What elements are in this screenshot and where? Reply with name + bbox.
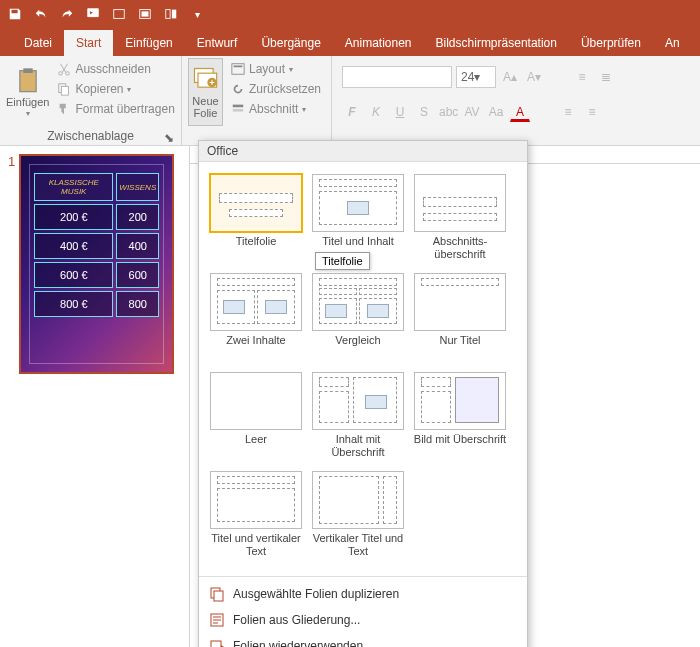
slides-from-outline-menu[interactable]: Folien aus Gliederung...	[199, 607, 527, 633]
strike-icon[interactable]: abc	[438, 102, 458, 122]
tab-animationen[interactable]: Animationen	[333, 30, 424, 56]
save-icon[interactable]	[6, 5, 24, 23]
gallery-header: Office	[199, 141, 527, 162]
layout-section[interactable]: Abschnitts-überschrift	[409, 170, 511, 269]
font-family-select[interactable]	[342, 66, 452, 88]
qat-icon[interactable]	[136, 5, 154, 23]
new-slide-gallery: Office TitelfolieTitel und InhaltAbschni…	[198, 140, 528, 647]
tab-entwurf[interactable]: Entwurf	[185, 30, 250, 56]
layout-name: Inhalt mit Überschrift	[309, 433, 407, 459]
tab-uebergaenge[interactable]: Übergänge	[249, 30, 332, 56]
paste-button[interactable]: Einfügen ▾	[6, 58, 49, 126]
svg-rect-14	[232, 64, 244, 75]
italic-icon[interactable]: K	[366, 102, 386, 122]
paste-label: Einfügen	[6, 96, 49, 108]
svg-rect-21	[211, 641, 221, 647]
svg-rect-16	[233, 105, 244, 108]
svg-rect-5	[20, 71, 36, 92]
layout-comparison[interactable]: Vergleich	[307, 269, 409, 368]
align-left-icon[interactable]: ≡	[558, 102, 578, 122]
layout-name: Bild mit Überschrift	[414, 433, 506, 459]
layout-two_content[interactable]: Zwei Inhalte	[205, 269, 307, 368]
customize-qat-icon[interactable]: ▾	[188, 5, 206, 23]
svg-rect-19	[214, 591, 223, 601]
format-painter-button[interactable]: Format übertragen	[53, 100, 178, 118]
reuse-slides-menu[interactable]: Folien wiederverwenden...	[199, 633, 527, 647]
clipboard-group-label: Zwischenablage⬊	[6, 127, 175, 145]
svg-rect-4	[172, 10, 176, 19]
section-button[interactable]: Abschnitt ▾	[227, 100, 325, 118]
case-icon[interactable]: Aa	[486, 102, 506, 122]
slide-thumbnail-panel: 1 KLASSISCHE MUSIKWISSENS 200 €200 400 €…	[0, 146, 190, 647]
numbering-icon[interactable]: ≣	[596, 67, 616, 87]
ribbon: Einfügen ▾ Ausschneiden Kopieren ▾ Forma…	[0, 56, 700, 146]
qat-icon[interactable]	[110, 5, 128, 23]
undo-icon[interactable]	[32, 5, 50, 23]
tab-ueberpruefen[interactable]: Überprüfen	[569, 30, 653, 56]
svg-rect-2	[142, 11, 149, 16]
redo-icon[interactable]	[58, 5, 76, 23]
duplicate-slides-menu[interactable]: Ausgewählte Folien duplizieren	[199, 581, 527, 607]
bullets-icon[interactable]: ≡	[572, 67, 592, 87]
align-center-icon[interactable]: ≡	[582, 102, 602, 122]
svg-rect-10	[62, 86, 69, 95]
svg-rect-15	[234, 66, 243, 68]
layout-name: Nur Titel	[440, 334, 481, 360]
tab-ansicht[interactable]: An	[653, 30, 692, 56]
new-slide-button[interactable]: Neue Folie	[188, 58, 223, 126]
tab-einfuegen[interactable]: Einfügen	[113, 30, 184, 56]
bold-icon[interactable]: F	[342, 102, 362, 122]
tab-bildschirmpraesentation[interactable]: Bildschirmpräsentation	[424, 30, 569, 56]
reset-button[interactable]: Zurücksetzen	[227, 80, 325, 98]
slide-thumbnail[interactable]: KLASSISCHE MUSIKWISSENS 200 €200 400 €40…	[19, 154, 174, 374]
svg-point-7	[59, 72, 63, 76]
svg-rect-3	[166, 10, 170, 19]
quick-access-toolbar: ▾	[0, 0, 700, 28]
layout-name: Abschnitts-überschrift	[411, 235, 509, 261]
shadow-icon[interactable]: S	[414, 102, 434, 122]
increase-font-icon[interactable]: A▴	[500, 67, 520, 87]
layout-content_caption[interactable]: Inhalt mit Überschrift	[307, 368, 409, 467]
layout-blank[interactable]: Leer	[205, 368, 307, 467]
layout-vert_title[interactable]: Vertikaler Titel und Text	[307, 467, 409, 566]
layout-button[interactable]: Layout ▾	[227, 60, 325, 78]
font-color-icon[interactable]: A	[510, 102, 530, 122]
layout-vert_text[interactable]: Titel und vertikaler Text	[205, 467, 307, 566]
layout-name: Zwei Inhalte	[226, 334, 285, 360]
cut-button[interactable]: Ausschneiden	[53, 60, 178, 78]
decrease-font-icon[interactable]: A▾	[524, 67, 544, 87]
layout-name: Titel und vertikaler Text	[207, 532, 305, 558]
ribbon-tabs: Datei Start Einfügen Entwurf Übergänge A…	[0, 28, 700, 56]
layout-pic_caption[interactable]: Bild mit Überschrift	[409, 368, 511, 467]
svg-point-8	[66, 72, 70, 76]
qat-icon[interactable]	[162, 5, 180, 23]
layout-name: Titelfolie	[236, 235, 277, 261]
slide-number: 1	[8, 154, 15, 169]
copy-button[interactable]: Kopieren ▾	[53, 80, 178, 98]
layout-name: Vertikaler Titel und Text	[309, 532, 407, 558]
layout-name: Vergleich	[335, 334, 380, 360]
font-size-select[interactable]: 24 ▾	[456, 66, 496, 88]
svg-rect-0	[114, 10, 125, 19]
svg-rect-6	[23, 69, 32, 74]
layout-tooltip: Titelfolie	[315, 252, 370, 270]
tab-datei[interactable]: Datei	[12, 30, 64, 56]
underline-icon[interactable]: U	[390, 102, 410, 122]
layout-name: Leer	[245, 433, 267, 459]
layout-title[interactable]: Titelfolie	[205, 170, 307, 269]
dialog-launcher-icon[interactable]: ⬊	[163, 131, 175, 143]
spacing-icon[interactable]: AV	[462, 102, 482, 122]
start-from-beginning-icon[interactable]	[84, 5, 102, 23]
layout-title_only[interactable]: Nur Titel	[409, 269, 511, 368]
svg-rect-17	[233, 109, 244, 112]
new-slide-label: Neue Folie	[192, 95, 218, 119]
tab-start[interactable]: Start	[64, 30, 113, 56]
